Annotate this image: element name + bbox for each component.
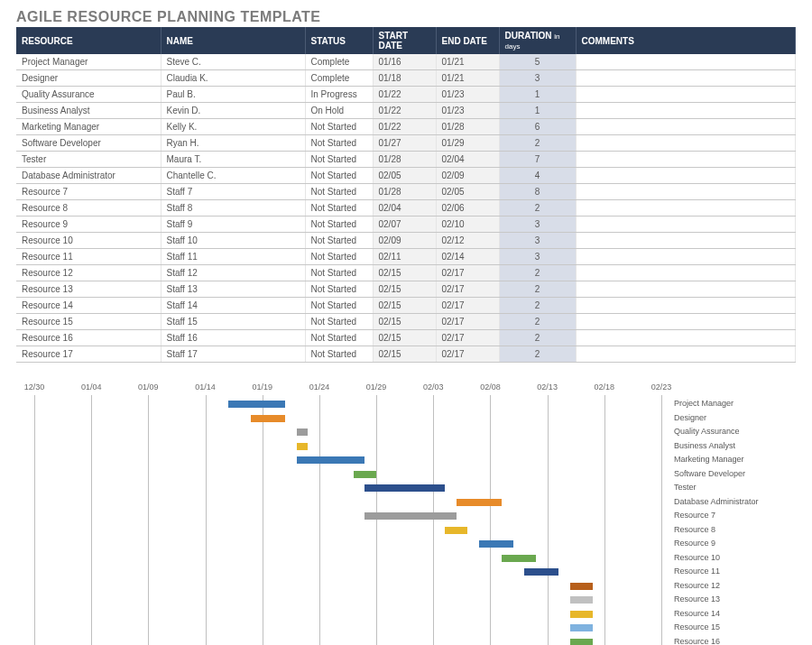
cell-duration: 2 [499, 200, 576, 217]
gantt-gridline [319, 395, 320, 645]
cell-comments [576, 249, 796, 265]
gantt-gridline [433, 395, 434, 645]
cell-resource: Resource 17 [16, 346, 161, 363]
cell-name: Staff 12 [161, 265, 305, 281]
table-row: Resource 13Staff 13Not Started02/1502/17… [16, 281, 796, 298]
cell-resource: Resource 9 [16, 217, 161, 233]
cell-resource: Resource 10 [16, 233, 161, 249]
col-start: START DATE [373, 27, 436, 54]
gantt-row-label: Resource 14 [674, 609, 796, 618]
cell-resource: Resource 7 [16, 184, 161, 200]
cell-status: Not Started [305, 200, 373, 217]
col-end: END DATE [436, 27, 499, 54]
col-comments: COMMENTS [576, 27, 796, 54]
cell-duration: 2 [499, 346, 576, 363]
gantt-tick-label: 02/03 [423, 382, 444, 392]
cell-resource: Marketing Manager [16, 119, 161, 135]
gantt-bar [570, 583, 593, 590]
gantt-gridline [263, 395, 263, 645]
gantt-tick-label: 01/09 [138, 382, 159, 392]
cell-end: 01/29 [436, 135, 499, 152]
gantt-row-label: Software Developer [674, 469, 796, 478]
gantt-row-label: Designer [674, 413, 796, 422]
cell-start: 02/15 [373, 281, 436, 298]
cell-name: Maura T. [161, 152, 305, 168]
col-resource: RESOURCE [16, 27, 161, 54]
gantt-tick-label: 01/14 [195, 382, 216, 392]
cell-end: 02/17 [436, 314, 499, 330]
gantt-row-label: Resource 9 [674, 539, 796, 548]
gantt-row-label: Resource 11 [674, 567, 796, 576]
cell-resource: Database Administrator [16, 168, 161, 184]
cell-start: 01/18 [373, 70, 436, 87]
cell-end: 02/09 [436, 168, 499, 184]
cell-duration: 5 [499, 54, 576, 70]
cell-duration: 2 [499, 298, 576, 314]
gantt-row-label: Resource 8 [674, 525, 796, 534]
gantt-row-label: Marketing Manager [674, 455, 796, 464]
cell-resource: Quality Assurance [16, 87, 161, 103]
cell-start: 02/07 [373, 217, 436, 233]
cell-start: 01/28 [373, 184, 436, 200]
cell-comments [576, 298, 796, 314]
gantt-bar [570, 624, 593, 631]
gantt-gridline [604, 395, 605, 645]
cell-comments [576, 184, 796, 200]
gantt-tick-label: 01/04 [81, 382, 102, 392]
cell-end: 01/23 [436, 103, 499, 119]
gantt-row-label: Resource 12 [674, 581, 796, 590]
gantt-gridline [661, 395, 662, 645]
cell-comments [576, 103, 796, 119]
cell-comments [576, 168, 796, 184]
cell-resource: Business Analyst [16, 103, 161, 119]
gantt-tick-label: 02/18 [595, 382, 615, 392]
cell-start: 02/11 [373, 249, 436, 265]
cell-start: 02/09 [373, 233, 436, 249]
cell-comments [576, 135, 796, 152]
cell-duration: 3 [499, 249, 576, 265]
cell-end: 02/04 [436, 152, 499, 168]
cell-start: 01/22 [373, 119, 436, 135]
table-row: Resource 9Staff 9Not Started02/0702/103 [16, 217, 796, 233]
gantt-row-label: Resource 13 [674, 594, 796, 604]
cell-status: Not Started [305, 184, 373, 200]
cell-end: 02/17 [436, 330, 499, 346]
col-status: STATUS [305, 27, 373, 54]
cell-name: Staff 7 [161, 184, 305, 200]
gantt-row-label: Database Administrator [674, 497, 796, 506]
gantt-tick-label: 02/13 [537, 382, 558, 392]
cell-end: 02/17 [436, 265, 499, 281]
cell-status: Not Started [305, 168, 373, 184]
cell-name: Staff 9 [161, 217, 305, 233]
cell-status: Not Started [305, 119, 373, 135]
table-row: Resource 14Staff 14Not Started02/1502/17… [16, 298, 796, 314]
table-header-row: RESOURCE NAME STATUS START DATE END DATE… [16, 27, 796, 54]
cell-comments [576, 152, 796, 168]
gantt-bar [251, 415, 285, 422]
gantt-bar [445, 527, 467, 534]
cell-status: Not Started [305, 281, 373, 298]
gantt-row-label: Project Manager [674, 399, 796, 408]
table-row: Resource 12Staff 12Not Started02/1502/17… [16, 265, 796, 281]
cell-duration: 1 [499, 87, 576, 103]
table-row: Resource 10Staff 10Not Started02/0902/12… [16, 233, 796, 249]
cell-comments [576, 346, 796, 363]
cell-start: 01/22 [373, 87, 436, 103]
gantt-bar [364, 484, 444, 492]
gantt-gridline [548, 395, 549, 645]
cell-duration: 2 [499, 314, 576, 330]
cell-end: 02/05 [436, 184, 499, 200]
cell-name: Kelly K. [161, 119, 305, 135]
cell-name: Staff 17 [161, 346, 305, 363]
cell-start: 02/15 [373, 330, 436, 346]
cell-status: Not Started [305, 265, 373, 281]
cell-start: 02/04 [373, 200, 436, 217]
cell-end: 02/17 [436, 346, 499, 363]
cell-resource: Resource 14 [16, 298, 161, 314]
cell-status: Not Started [305, 217, 373, 233]
cell-end: 02/12 [436, 233, 499, 249]
cell-name: Paul B. [161, 87, 305, 103]
cell-start: 01/28 [373, 152, 436, 168]
cell-comments [576, 217, 796, 233]
cell-name: Claudia K. [161, 70, 305, 87]
